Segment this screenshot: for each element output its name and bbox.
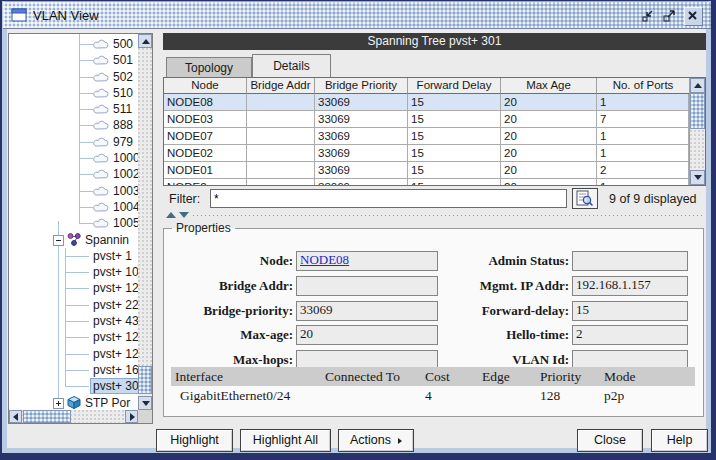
if-column-interface[interactable]: Interface [171,367,321,386]
scroll-right-icon[interactable] [125,410,138,423]
tab-topology[interactable]: Topology [166,57,252,77]
column-header-bridge-addr[interactable]: Bridge Addr [247,78,315,94]
scroll-up-icon[interactable] [690,78,705,93]
interface-row[interactable]: GigabitEthernet0/24 4 128 p2p [171,386,695,405]
table-cell[interactable] [247,145,315,162]
tree-vertical-scrollbar[interactable] [138,34,152,410]
tree-item-vlan[interactable]: 511 [9,101,138,117]
tree-item-vlan[interactable]: 1002 [9,166,138,182]
mgmt-ip-field[interactable]: 192.168.1.157 [572,276,688,296]
column-header-node[interactable]: Node [164,78,247,94]
column-header-bridge-priority[interactable]: Bridge Priority [315,78,408,94]
table-cell[interactable]: 20 [501,145,597,162]
table-cell[interactable]: 33069 [315,94,408,111]
highlight-all-button[interactable]: Highlight All [240,429,331,452]
scroll-up-icon[interactable] [138,34,152,48]
tree-item-vlan[interactable]: 1005 [9,215,138,231]
table-cell[interactable]: 20 [501,162,597,179]
table-cell[interactable]: 2 [597,162,689,179]
if-column-mode[interactable]: Mode [600,367,695,386]
column-header-forward-delay[interactable]: Forward Delay [408,78,501,94]
table-cell[interactable]: 33069 [315,128,408,145]
tree-item-vlan[interactable]: 1004 [9,199,138,215]
forward-delay-field[interactable]: 15 [572,301,688,321]
tree-item-vlan[interactable]: 1000 [9,150,138,166]
scrollbar-thumb[interactable] [138,366,152,394]
table-cell[interactable]: 1 [597,179,689,186]
column-header-no-of-ports[interactable]: No. of Ports [597,78,689,94]
filter-input[interactable] [210,189,567,208]
table-cell[interactable]: 15 [408,128,501,145]
node-field[interactable]: NODE08 [296,251,438,271]
tree-horizontal-scrollbar[interactable] [9,410,138,423]
collapse-up-icon[interactable] [166,212,176,218]
table-cell[interactable]: 20 [501,179,597,186]
titlebar[interactable]: VLAN View [3,2,711,29]
if-column-edge[interactable]: Edge [478,367,536,386]
column-header-max-age[interactable]: Max Age [501,78,597,94]
close-icon[interactable] [684,7,703,26]
table-cell[interactable]: p2p [600,386,695,405]
bridge-addr-field[interactable] [296,276,438,296]
actions-button[interactable]: Actions [338,429,414,452]
table-cell[interactable]: 20 [501,111,597,128]
tree-item-pvst[interactable]: pvst+ 10 [9,264,138,280]
collapse-down-icon[interactable] [179,212,189,218]
table-cell[interactable]: 1 [597,94,689,111]
help-button[interactable]: Help [651,429,708,452]
highlight-button[interactable]: Highlight [156,429,233,452]
table-cell[interactable]: NODE02 [164,145,247,162]
table-cell[interactable]: 15 [408,94,501,111]
split-divider[interactable] [163,211,706,219]
table-cell[interactable] [247,94,315,111]
table-cell[interactable]: NODE08 [164,94,247,111]
if-column-connected-to[interactable]: Connected To [321,367,421,386]
if-column-priority[interactable]: Priority [536,367,600,386]
tree-item-pvst[interactable]: pvst+ 12 [9,280,138,296]
table-cell[interactable]: 1 [597,128,689,145]
tree-item-vlan[interactable]: 500 [9,36,138,52]
table-cell[interactable]: 4 [421,386,478,405]
table-cell[interactable] [247,179,315,186]
tree-item-vlan[interactable]: 1003 [9,183,138,199]
table-cell[interactable] [247,111,315,128]
scrollbar-track[interactable] [138,48,152,396]
table-cell[interactable]: 33069 [315,111,408,128]
tree-item-pvst[interactable]: pvst+ 43 [9,313,138,329]
table-cell[interactable]: NODE01 [164,162,247,179]
table-cell[interactable]: NODE2 [164,179,247,186]
table-cell[interactable]: GigabitEthernet0/24 [171,386,321,405]
table-cell[interactable]: 33069 [315,145,408,162]
table-cell[interactable]: NODE07 [164,128,247,145]
table-cell[interactable] [247,162,315,179]
minimize-icon[interactable] [640,7,657,24]
table-cell[interactable]: 15 [408,145,501,162]
tab-details[interactable]: Details [252,54,331,77]
table-cell[interactable]: 7 [597,111,689,128]
max-age-field[interactable]: 20 [296,325,438,345]
tree-item-vlan[interactable]: 979 [9,134,138,150]
table-cell[interactable] [478,386,536,405]
tree-item-pvst[interactable]: pvst+ 12 [9,346,138,362]
tree-item-vlan[interactable]: 888 [9,117,138,133]
node-link[interactable]: NODE08 [300,252,349,267]
tree-item-vlan[interactable]: 501 [9,52,138,68]
table-cell[interactable] [247,128,315,145]
table-cell[interactable]: 33069 [315,162,408,179]
plus-expander-icon[interactable] [53,398,64,409]
tree-item-pvst[interactable]: pvst+ 22 [9,297,138,313]
search-icon[interactable] [572,188,598,209]
table-cell[interactable]: NODE03 [164,111,247,128]
table-cell[interactable]: 20 [501,128,597,145]
table-vertical-scrollbar[interactable] [689,78,705,185]
minus-expander-icon[interactable] [53,235,64,246]
maximize-icon[interactable] [661,7,678,24]
tree-item-vlan[interactable]: 510 [9,85,138,101]
scrollbar-thumb[interactable] [23,410,71,423]
tree-item-pvst-selected[interactable]: pvst+ 30 [9,378,138,394]
table-cell[interactable]: 33069 [315,179,408,186]
hello-time-field[interactable]: 2 [572,325,688,345]
tree-item-vlan[interactable]: 502 [9,69,138,85]
tree-item-spanning-tree[interactable]: Spannin [9,232,138,248]
if-column-cost[interactable]: Cost [421,367,478,386]
